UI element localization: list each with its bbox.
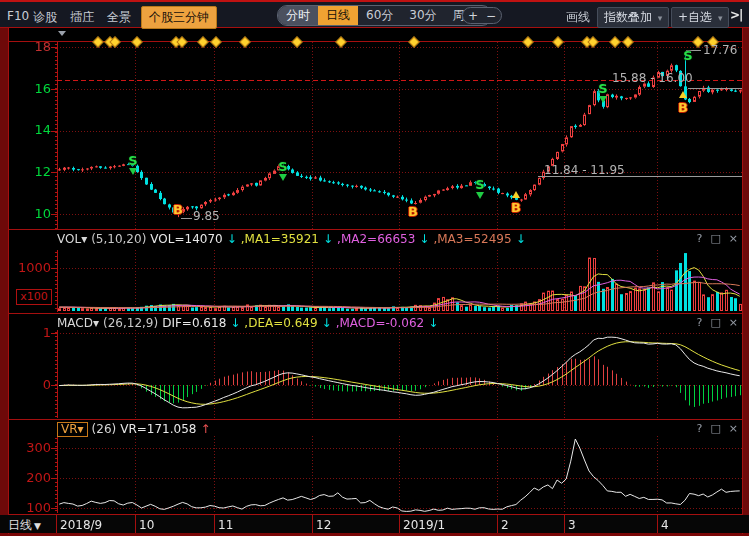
vr-panel-header: VR▾(26)VR=171.058↑ [57, 421, 215, 437]
down-arrow-icon: ↓ [516, 232, 526, 246]
leizhuang-button[interactable]: 擂庄 [70, 9, 94, 26]
solid-down-arrow-icon: ▼ [34, 521, 41, 531]
down-arrow-icon: ↓ [323, 232, 333, 246]
y-axis-label: 1000 [11, 261, 51, 275]
panel-separator [8, 229, 743, 230]
y-axis-label: 18 [11, 40, 51, 54]
right-frame-strip [743, 27, 749, 534]
tab-intraday[interactable]: 分时 [278, 6, 318, 25]
panorama-button[interactable]: 全景 [107, 9, 131, 26]
maximize-icon[interactable]: □ [710, 316, 720, 330]
volume-panel-controls: ? □ × [697, 232, 738, 246]
down-arrow-icon: ↓ [428, 316, 438, 330]
chevron-down-icon: ▾ [658, 13, 663, 23]
frame-border-left [8, 27, 9, 534]
indicator-header-text: ,DEA=0.649 [244, 316, 317, 330]
left-frame-strip [0, 27, 8, 534]
volume-unit-label: x100 [16, 289, 52, 305]
indicator-header-text: ,MA1=35921 [241, 232, 319, 246]
down-arrow-icon: ↓ [322, 316, 332, 330]
macd-indicator-dropdown[interactable]: MACD▾ [57, 316, 99, 330]
indicator-header-text: VOL=14070 [150, 232, 222, 246]
diagnose-stock-button[interactable]: 诊股 [33, 9, 57, 26]
indicator-header-text: ,MACD=-0.062 [336, 316, 425, 330]
y-axis-label: 14 [11, 123, 51, 137]
add-watchlist-label: +自选 [678, 10, 712, 24]
zoom-out-button[interactable]: − [486, 10, 496, 22]
indicator-header-text: DIF=0.618 [162, 316, 226, 330]
main-chart-dropdown-icon[interactable] [58, 31, 66, 36]
y-axis-label: 16 [11, 82, 51, 96]
f10-button[interactable]: F10 [7, 9, 29, 23]
y-axis-label: 200 [11, 471, 51, 485]
top-toolbar: F10 诊股 擂庄 全景 个股三分钟 分时 日线 60分 30分 周线▾ + −… [0, 0, 749, 27]
tab-30min[interactable]: 30分 [401, 6, 444, 25]
panel-separator [8, 313, 743, 314]
zoom-controls: + − [462, 7, 502, 24]
help-icon[interactable]: ? [697, 232, 703, 246]
volume-chart-canvas[interactable] [50, 250, 742, 312]
frame-border-right [742, 27, 743, 534]
collapse-panel-icon[interactable]: >| [730, 8, 742, 22]
chevron-down-icon: ▾ [718, 13, 723, 23]
vr-chart-canvas[interactable] [50, 436, 742, 513]
index-overlay-label: 指数叠加 [604, 10, 652, 24]
bottom-period-label: 日线 [8, 518, 32, 532]
indicator-header-text: ,MA3=52495 [433, 232, 511, 246]
main-price-chart-canvas[interactable] [50, 42, 742, 229]
close-icon[interactable]: × [729, 422, 738, 436]
index-overlay-button[interactable]: 指数叠加 ▾ [597, 7, 669, 28]
macd-panel-header: MACD▾(26,12,9)DIF=0.618↓,DEA=0.649↓,MACD… [57, 315, 442, 331]
help-icon[interactable]: ? [697, 316, 703, 330]
zoom-in-button[interactable]: + [468, 10, 478, 22]
bottom-period-selector[interactable]: 日线▼ [8, 517, 41, 534]
y-axis-label: 300 [11, 441, 51, 455]
y-axis-label: 12 [11, 165, 51, 179]
macd-panel-controls: ? □ × [697, 316, 738, 330]
period-selector: 分时 日线 60分 30分 周线▾ [277, 5, 492, 26]
draw-line-button[interactable]: 画线 [566, 9, 590, 26]
indicator-header-text: (26) [92, 422, 117, 436]
tab-60min[interactable]: 60分 [358, 6, 401, 25]
vr-panel-controls: ? □ × [697, 422, 738, 436]
y-axis-label: 10 [11, 207, 51, 221]
macd-chart-canvas[interactable] [50, 330, 742, 418]
down-arrow-icon: ↓ [230, 316, 240, 330]
maximize-icon[interactable]: □ [710, 232, 720, 246]
indicator-header-text: ,MA2=66653 [337, 232, 415, 246]
tab-daily[interactable]: 日线 [318, 6, 358, 25]
close-icon[interactable]: × [729, 316, 738, 330]
indicator-header-text: VR=171.058 [120, 422, 196, 436]
add-watchlist-button[interactable]: +自选 ▾ [671, 7, 729, 28]
y-axis-label: 100 [11, 501, 51, 515]
maximize-icon[interactable]: □ [710, 422, 720, 436]
stock-chart-app: F10 诊股 擂庄 全景 个股三分钟 分时 日线 60分 30分 周线▾ + −… [0, 0, 749, 536]
panel-separator [8, 419, 743, 420]
bottom-date-bar: 日线▼ [0, 515, 749, 533]
down-arrow-icon: ↓ [227, 232, 237, 246]
close-icon[interactable]: × [729, 232, 738, 246]
y-axis-label: 0 [11, 378, 51, 392]
indicator-header-text: (5,10,20) [91, 232, 146, 246]
stock-3min-button[interactable]: 个股三分钟 [141, 6, 217, 29]
indicator-header-text: (26,12,9) [103, 316, 158, 330]
volume-panel-header: VOL▾(5,10,20)VOL=14070↓,MA1=35921↓,MA2=6… [57, 231, 530, 247]
vol-indicator-dropdown[interactable]: VOL▾ [57, 232, 87, 246]
vr-indicator-dropdown[interactable]: VR▾ [57, 422, 88, 437]
up-arrow-icon: ↑ [200, 422, 210, 436]
y-axis-label: 1 [11, 326, 51, 340]
help-icon[interactable]: ? [697, 422, 703, 436]
down-arrow-icon: ↓ [419, 232, 429, 246]
